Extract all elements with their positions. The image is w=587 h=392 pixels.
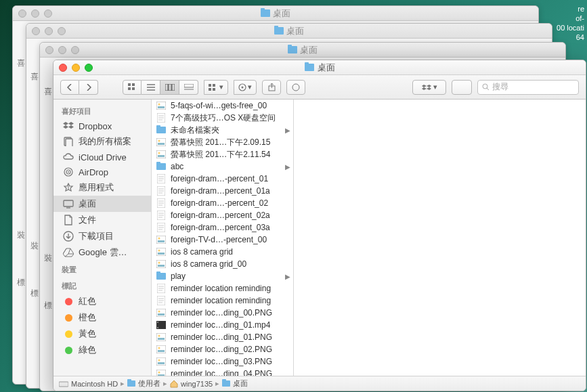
svg-point-83: [158, 311, 160, 313]
file-name: 螢幕快照 201…下午2.11.54: [171, 149, 289, 160]
sidebar-item[interactable]: 紅色: [53, 293, 151, 309]
sidebar-item-label: 黃色: [79, 328, 96, 340]
file-row[interactable]: reminder loc…ding_03.PNG: [152, 355, 293, 368]
sidebar-item[interactable]: Google 雲…: [53, 244, 151, 261]
svg-point-26: [68, 171, 69, 173]
svg-rect-28: [64, 200, 73, 206]
dropbox-toolbar-button[interactable]: ▾: [412, 80, 446, 95]
svg-rect-91: [158, 350, 165, 352]
file-name: foreign-dram…-percent_01: [171, 174, 289, 183]
path-segment[interactable]: Macintosh HD: [59, 380, 118, 388]
file-row[interactable]: 螢幕快照 201…下午2.09.15: [152, 136, 293, 148]
svg-point-19: [292, 84, 299, 91]
airdrop-icon: [63, 167, 74, 177]
tags-button[interactable]: [286, 80, 305, 95]
file-row[interactable]: reminder loc…ding_02.PNG: [152, 343, 293, 355]
downloads-icon: [63, 231, 74, 242]
svg-rect-10: [184, 84, 194, 87]
file-row[interactable]: reminder location reminding: [152, 295, 293, 307]
file-row[interactable]: play▶: [152, 270, 293, 282]
path-separator-icon: ▸: [163, 379, 167, 388]
file-type-icon: [156, 150, 167, 159]
file-row[interactable]: reminder loc…ding_00.PNG: [152, 307, 293, 319]
svg-rect-23: [66, 139, 72, 146]
sidebar-item[interactable]: 黃色: [53, 326, 151, 342]
file-row[interactable]: 5-faqs-of-wi…gets-free_00: [152, 100, 293, 112]
folder-icon: [222, 380, 230, 388]
file-name: 螢幕快照 201…下午2.09.15: [171, 137, 289, 148]
file-name: abc: [171, 162, 289, 171]
icon-view-button[interactable]: [123, 80, 142, 95]
svg-point-33: [158, 104, 160, 106]
column-view-button[interactable]: [160, 80, 179, 95]
file-row[interactable]: foreign-dram…percent_01a: [152, 185, 293, 197]
action-button[interactable]: ▾: [234, 80, 257, 95]
desktop-text-fragment: re of- 00 locati 64: [557, 4, 584, 42]
svg-rect-32: [158, 106, 165, 108]
sidebar-item[interactable]: 橙色: [53, 309, 151, 326]
path-segment[interactable]: 使用者: [127, 378, 160, 389]
tag-icon: [63, 296, 74, 307]
file-row[interactable]: ios 8 camera grid_00: [152, 258, 293, 270]
file-row[interactable]: reminder loc…ding_04.PNG: [152, 368, 293, 376]
file-row[interactable]: foreign-dram…-percent_01: [152, 173, 293, 185]
file-column: 5-faqs-of-wi…gets-free_007个高级技巧…OS X硬盘空间…: [152, 100, 294, 376]
sidebar-item[interactable]: 我的所有檔案: [53, 133, 151, 150]
back-button[interactable]: [60, 80, 79, 95]
file-name: foreign-TV-d…-percent_00: [171, 235, 289, 244]
file-row[interactable]: foreign-TV-d…-percent_00: [152, 234, 293, 246]
file-type-icon: [156, 369, 167, 376]
search-input[interactable]: 搜尋: [477, 80, 579, 95]
sidebar-item[interactable]: AirDrop: [53, 165, 151, 179]
file-row[interactable]: 7个高级技巧…OS X硬盘空间: [152, 112, 293, 124]
sidebar-item[interactable]: 下載項目: [53, 228, 151, 244]
file-row[interactable]: reminder loc…ding_01.mp4: [152, 319, 293, 331]
file-row[interactable]: foreign-dram…percent_02a: [152, 209, 293, 221]
file-row[interactable]: ios 8 camera grid: [152, 246, 293, 258]
file-row[interactable]: foreign-dram…percent_03a: [152, 221, 293, 234]
path-separator-icon: ▸: [121, 379, 125, 388]
file-type-icon: [156, 247, 167, 257]
svg-rect-39: [158, 143, 165, 145]
file-name: ios 8 camera grid: [171, 247, 289, 257]
sidebar-item[interactable]: 文件: [53, 212, 151, 228]
path-segment[interactable]: wing7135: [170, 380, 213, 388]
file-type-icon: [156, 186, 167, 196]
arrange-button[interactable]: ▾: [204, 80, 228, 95]
sidebar-item[interactable]: 應用程式: [53, 179, 151, 196]
svg-rect-67: [156, 248, 166, 256]
svg-point-89: [158, 335, 160, 337]
sidebar-item[interactable]: 桌面: [53, 196, 151, 212]
file-type-icon: [156, 308, 167, 318]
file-row[interactable]: reminder loc…ding_01.PNG: [152, 331, 293, 343]
sidebar-item[interactable]: Dropbox: [53, 118, 151, 133]
svg-rect-14: [209, 88, 211, 91]
sidebar-item[interactable]: 綠色: [53, 342, 151, 358]
share-button[interactable]: [262, 80, 281, 95]
file-row[interactable]: abc▶: [152, 160, 293, 173]
svg-point-98: [158, 372, 160, 374]
toolbar: ▾ ▾ ▾ 搜尋: [53, 75, 586, 100]
svg-point-43: [158, 152, 160, 154]
svg-point-92: [158, 347, 160, 349]
svg-rect-93: [156, 357, 166, 366]
forward-button[interactable]: [79, 80, 98, 95]
file-name: reminder loc…ding_00.PNG: [171, 308, 289, 318]
file-row[interactable]: 未命名檔案夾▶: [152, 124, 293, 136]
sidebar-item-label: iCloud Drive: [79, 152, 127, 162]
sidebar-item[interactable]: iCloud Drive: [53, 150, 151, 165]
path-segment[interactable]: 桌面: [222, 378, 248, 389]
apps-icon: [63, 182, 74, 193]
dropbox-icon: [63, 121, 74, 131]
file-row[interactable]: reminder location reminding: [152, 282, 293, 295]
svg-rect-99: [59, 382, 68, 387]
file-row[interactable]: foreign-dram…-percent_02: [152, 197, 293, 209]
svg-rect-97: [158, 374, 165, 376]
unknown-toolbar-button[interactable]: [452, 80, 472, 95]
file-row[interactable]: 螢幕快照 201…下午2.11.54: [152, 148, 293, 160]
sidebar-item-label: 桌面: [79, 198, 96, 210]
coverflow-view-button[interactable]: [179, 80, 198, 95]
list-view-button[interactable]: [142, 80, 160, 95]
svg-point-72: [158, 262, 160, 264]
folder-icon: [274, 27, 284, 35]
